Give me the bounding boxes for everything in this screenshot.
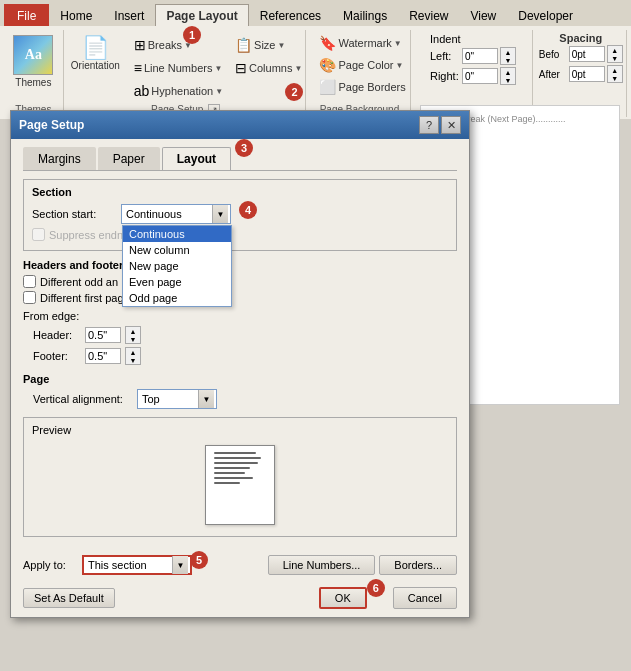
vert-align-row: Vertical alignment: Top ▼ <box>23 389 457 409</box>
breaks-label: Breaks <box>148 39 182 51</box>
header-edge-input[interactable] <box>85 327 121 343</box>
different-first-checkbox[interactable] <box>23 291 36 304</box>
preview-line-6 <box>214 477 253 479</box>
footer-right-buttons: OK 6 Cancel <box>319 587 457 609</box>
tab-review[interactable]: Review <box>398 4 459 26</box>
dropdown-item-new-column[interactable]: New column <box>123 242 231 258</box>
after-spin-down[interactable]: ▼ <box>608 74 622 82</box>
right-spin[interactable]: ▲ ▼ <box>500 67 516 85</box>
tab-home[interactable]: Home <box>49 4 103 26</box>
cancel-btn[interactable]: Cancel <box>393 587 457 609</box>
tab-paper[interactable]: Paper <box>98 147 160 170</box>
suppress-checkbox[interactable] <box>32 228 45 241</box>
apply-to-select[interactable]: This section ▼ <box>82 555 192 575</box>
page-color-btn[interactable]: 🎨 Page Color ▼ <box>314 54 404 76</box>
borders-btn[interactable]: Borders... <box>379 555 457 575</box>
before-spin[interactable]: ▲ ▼ <box>607 45 623 63</box>
page-background-group: 🔖 Watermark ▼ 🎨 Page Color ▼ ⬜ Page Bord… <box>308 30 411 117</box>
columns-btn[interactable]: ⊟ Columns ▼ <box>230 57 307 79</box>
vert-align-select[interactable]: Top ▼ <box>137 389 217 409</box>
columns-arrow: ▼ <box>294 64 302 73</box>
page-borders-icon: ⬜ <box>319 79 336 95</box>
dialog-titlebar: Page Setup ? ✕ <box>11 111 469 139</box>
header-spin[interactable]: ▲ ▼ <box>125 326 141 344</box>
after-spin-up[interactable]: ▲ <box>608 66 622 74</box>
ok-btn[interactable]: OK <box>319 587 367 609</box>
preview-box <box>32 440 448 530</box>
watermark-btn[interactable]: 🔖 Watermark ▼ <box>314 32 404 54</box>
dropdown-item-even-page[interactable]: Even page <box>123 274 231 290</box>
tab-developer[interactable]: Developer <box>507 4 584 26</box>
tab-insert[interactable]: Insert <box>103 4 155 26</box>
set-default-btn[interactable]: Set As Default <box>23 588 115 608</box>
line-numbers-btn[interactable]: ≡ Line Numbers ▼ <box>129 57 228 79</box>
dialog-tabs: Margins Paper Layout 3 <box>23 147 457 171</box>
tab-view[interactable]: View <box>459 4 507 26</box>
line-numbers-btn[interactable]: Line Numbers... <box>268 555 376 575</box>
indent-label: Indent <box>430 33 461 45</box>
suppress-row: Suppress endno <box>32 228 448 241</box>
different-odd-checkbox[interactable] <box>23 275 36 288</box>
left-spin[interactable]: ▲ ▼ <box>500 47 516 65</box>
section-group: Section Section start: Continuous ▼ Cont… <box>23 179 457 251</box>
footer-spin-up[interactable]: ▲ <box>126 348 140 356</box>
before-spin-down[interactable]: ▼ <box>608 54 622 62</box>
indent-left-value-row: Left: 0" ▲ ▼ <box>430 46 516 66</box>
after-spin[interactable]: ▲ ▼ <box>607 65 623 83</box>
tab-page-layout[interactable]: Page Layout <box>155 4 248 26</box>
breaks-btn[interactable]: ⊞ Breaks ▼ <box>129 34 228 56</box>
before-input[interactable]: 0pt <box>569 46 605 62</box>
tab-layout[interactable]: Layout <box>162 147 231 170</box>
indent-right-value-row: Right: 0" ▲ ▼ <box>430 66 516 86</box>
left-spin-down[interactable]: ▼ <box>501 56 515 64</box>
dropdown-item-odd-page[interactable]: Odd page <box>123 290 231 306</box>
left-input[interactable]: 0" <box>462 48 498 64</box>
before-spin-up[interactable]: ▲ <box>608 46 622 54</box>
dropdown-item-continuous[interactable]: Continuous <box>123 226 231 242</box>
header-spin-down[interactable]: ▼ <box>126 335 140 343</box>
dialog-body: Margins Paper Layout 3 Section Section s… <box>11 139 469 555</box>
page-borders-label: Page Borders <box>338 81 405 93</box>
footer-spin-down[interactable]: ▼ <box>126 356 140 364</box>
callout-4: 4 <box>239 201 257 219</box>
margins-btn[interactable]: 📄 Orientation <box>64 32 127 75</box>
page-color-arrow: ▼ <box>396 61 404 70</box>
from-edge-fields: Header: ▲ ▼ Footer: ▲ ▼ <box>23 326 457 365</box>
left-spin-up[interactable]: ▲ <box>501 48 515 56</box>
themes-btn[interactable]: Aa Themes <box>8 32 58 91</box>
footer-spin[interactable]: ▲ ▼ <box>125 347 141 365</box>
preview-title: Preview <box>32 424 448 436</box>
footer-edge-input[interactable] <box>85 348 121 364</box>
page-borders-btn[interactable]: ⬜ Page Borders <box>314 76 404 98</box>
section-start-select[interactable]: Continuous ▼ Continuous New column New p… <box>121 204 231 224</box>
page-setup-items: 📄 Orientation ⊞ Breaks ▼ ≡ Line Numbers … <box>64 32 308 102</box>
tab-file[interactable]: File <box>4 4 49 26</box>
dialog-bottom: Apply to: This section ▼ 5 Line Numbers.… <box>11 555 469 583</box>
vert-align-value: Top <box>142 393 160 405</box>
different-first-row: Different first page <box>23 291 457 304</box>
hyphenation-btn[interactable]: ab Hyphenation ▼ <box>129 80 228 102</box>
close-btn[interactable]: ✕ <box>441 116 461 134</box>
size-btn[interactable]: 📋 Size ▼ <box>230 34 307 56</box>
right-spin-up[interactable]: ▲ <box>501 68 515 76</box>
help-btn[interactable]: ? <box>419 116 439 134</box>
size-label: Size <box>254 39 275 51</box>
header-edge-row: Header: ▲ ▼ <box>33 326 457 344</box>
columns-label: Columns <box>249 62 292 74</box>
after-input[interactable]: 0pt <box>569 66 605 82</box>
dropdown-item-new-page[interactable]: New page <box>123 258 231 274</box>
themes-group: Aa Themes Themes <box>4 30 64 117</box>
tab-margins[interactable]: Margins <box>23 147 96 170</box>
right-spin-down[interactable]: ▼ <box>501 76 515 84</box>
preview-line-2 <box>214 457 261 459</box>
after-label: After <box>539 69 567 80</box>
tab-references[interactable]: References <box>249 4 332 26</box>
headers-footers-section: Headers and footers Different odd an Dif… <box>23 259 457 304</box>
ribbon: File Home Insert Page Layout References … <box>0 0 631 119</box>
page-setup-col3: 📋 Size ▼ ⊟ Columns ▼ <box>230 34 307 79</box>
callout-5: 5 <box>190 551 208 569</box>
header-spin-up[interactable]: ▲ <box>126 327 140 335</box>
right-input[interactable]: 0" <box>462 68 498 84</box>
section-start-arrow: ▼ <box>212 205 228 223</box>
tab-mailings[interactable]: Mailings <box>332 4 398 26</box>
